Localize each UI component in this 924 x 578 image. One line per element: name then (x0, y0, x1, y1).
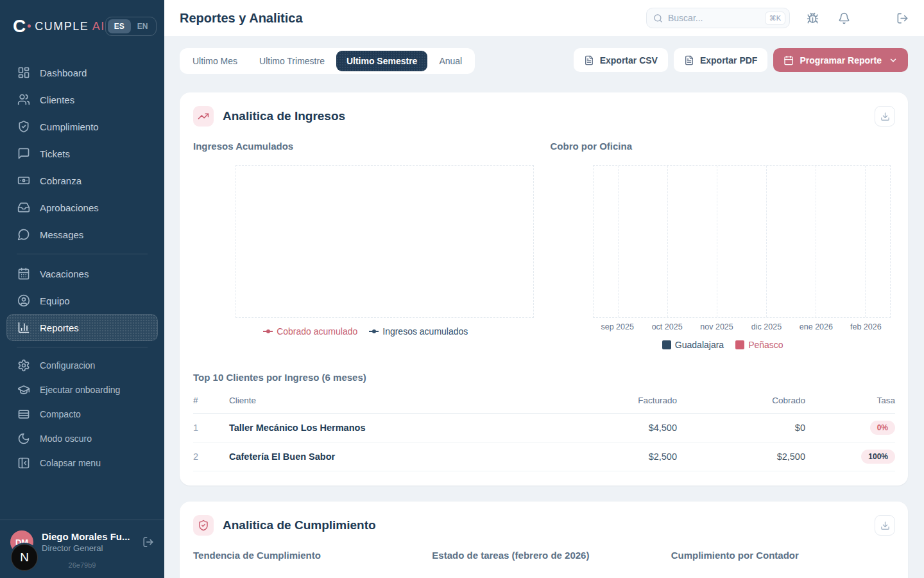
sidebar-item-label: Reportes (40, 322, 79, 333)
chart-subtitle: Cobro por Oficina (551, 141, 896, 152)
tab-ultimo-semestre[interactable]: Ultimo Semestre (336, 51, 427, 71)
logo: C CUMPLE AI ES EN (0, 0, 164, 54)
sidebar-nav: Dashboard Clientes Cumplimiento Tickets … (0, 54, 164, 475)
table-row[interactable]: 1 Taller Mecánico Los Hermanos $4,500 $0… (193, 414, 895, 442)
shield-check-icon (17, 120, 30, 133)
circle-user-icon (17, 294, 30, 307)
billed-cell: $4,500 (549, 414, 677, 442)
bell-icon (838, 12, 850, 24)
sidebar-item-compacto[interactable]: Compacto (6, 402, 158, 426)
sidebar-divider (17, 254, 148, 254)
sidebar-item-clientes[interactable]: Clientes (6, 86, 158, 113)
message-circle-icon (17, 228, 30, 241)
rank-cell: 1 (193, 414, 229, 442)
chart-subtitle: Tendencia de Cumplimiento (193, 550, 417, 561)
sidebar-item-cumplimiento[interactable]: Cumplimiento (6, 113, 158, 140)
debug-button[interactable] (807, 12, 819, 24)
export-csv-button[interactable]: Exportar CSV (574, 48, 668, 72)
logout-button[interactable] (896, 12, 909, 24)
task-status-section: Estado de tareas (febrero de 2026) (432, 550, 656, 578)
table-header-row: # Cliente Facturado Cobrado Tasa (193, 389, 895, 414)
search-shortcut-badge: ⌘K (765, 12, 785, 25)
tab-anual[interactable]: Anual (429, 51, 472, 71)
logo-dot-icon (28, 24, 31, 28)
message-square-icon (17, 147, 30, 160)
chart-subtitle: Ingresos Acumulados (193, 141, 538, 152)
office-collection-chart: Cobro por Oficina sep 2025 oct 2025 (551, 141, 896, 350)
tab-ultimo-mes[interactable]: Ultimo Mes (182, 51, 248, 71)
sidebar-item-cobranza[interactable]: Cobranza (6, 167, 158, 194)
top-clients-table-title: Top 10 Clientes por Ingreso (6 meses) (193, 372, 895, 383)
download-card-button[interactable] (875, 515, 895, 536)
sidebar-item-equipo[interactable]: Equipo (6, 287, 158, 314)
content-area: Ultimo Mes Ultimo Trimestre Ultimo Semes… (164, 36, 924, 578)
legend-item: Cobrado acumulado (263, 326, 357, 337)
lang-en-button[interactable]: EN (131, 19, 155, 33)
lang-es-button[interactable]: ES (108, 19, 131, 33)
chart-subtitle: Estado de tareas (febrero de 2026) (432, 550, 656, 561)
nextjs-devtools-badge[interactable]: N (11, 544, 38, 571)
sidebar-item-label: Configuracion (40, 360, 95, 371)
col-cliente: Cliente (229, 389, 549, 414)
sidebar-item-colapsar[interactable]: Colapsar menu (6, 451, 158, 475)
dashboard-icon (17, 66, 30, 79)
file-text-icon (584, 55, 594, 66)
compliance-analytics-card: Analitica de Cumplimiento Tendencia de C… (180, 502, 908, 578)
user-role: Director General (42, 543, 134, 553)
sidebar-item-tickets[interactable]: Tickets (6, 140, 158, 167)
legend-item: Ingresos acumulados (369, 326, 468, 337)
accountant-compliance-section: Cumplimiento por Contador (671, 550, 895, 578)
sidebar-item-onboarding[interactable]: Ejecutar onboarding (6, 378, 158, 402)
income-analytics-card: Analitica de Ingresos Ingresos Acumulado… (180, 92, 908, 486)
legend-item: Peñasco (735, 340, 783, 350)
inbox-icon (17, 201, 30, 214)
search-input[interactable] (668, 13, 760, 23)
users-icon (17, 93, 30, 106)
banknote-icon (17, 174, 30, 187)
sidebar-item-configuracion[interactable]: Configuracion (6, 353, 158, 378)
export-pdf-button[interactable]: Exportar PDF (674, 48, 767, 72)
schedule-report-button[interactable]: Programar Reporte (773, 48, 908, 72)
chart-column-icon (17, 321, 30, 334)
rate-badge: 100% (861, 450, 895, 464)
sidebar-item-reportes[interactable]: Reportes (6, 314, 158, 341)
search-box[interactable]: ⌘K (646, 8, 790, 28)
rank-cell: 2 (193, 442, 229, 471)
sidebar-item-aprobaciones[interactable]: Aprobaciones (6, 194, 158, 221)
sidebar-item-vacaciones[interactable]: Vacaciones (6, 260, 158, 287)
logo-mark: C (13, 17, 31, 35)
notifications-button[interactable] (838, 12, 850, 24)
client-cell: Taller Mecánico Los Hermanos (229, 414, 549, 442)
table-row[interactable]: 2 Cafetería El Buen Sabor $2,500 $2,500 … (193, 442, 895, 471)
topbar: Reportes y Analitica ⌘K (164, 0, 924, 36)
export-csv-label: Exportar CSV (600, 55, 658, 66)
sidebar-divider (17, 347, 148, 347)
x-axis-labels: sep 2025 oct 2025 nov 2025 dic 2025 ene … (593, 322, 891, 331)
language-toggle: ES EN (105, 17, 157, 36)
sidebar-item-label: Colapsar menu (40, 458, 101, 468)
search-icon (653, 13, 663, 23)
download-icon (880, 112, 890, 121)
sidebar-item-dashboard[interactable]: Dashboard (6, 59, 158, 86)
gear-icon (17, 359, 30, 372)
col-rank: # (193, 389, 229, 414)
tab-ultimo-trimestre[interactable]: Ultimo Trimestre (249, 51, 335, 71)
sidebar-item-label: Vacaciones (40, 268, 89, 279)
sidebar-item-label: Aprobaciones (40, 202, 99, 213)
rows-icon (17, 408, 30, 421)
sidebar-item-modo-oscuro[interactable]: Modo oscuro (6, 426, 158, 451)
trending-up-icon (193, 106, 214, 127)
chart-legend: Cobrado acumulado Ingresos acumulados (193, 326, 538, 337)
download-card-button[interactable] (875, 106, 895, 127)
shield-check-icon (193, 515, 214, 536)
app-root: C CUMPLE AI ES EN Dashboard Clientes Cum… (0, 0, 924, 578)
sidebar-item-label: Messages (40, 229, 83, 240)
sidebar-item-messages[interactable]: Messages (6, 221, 158, 248)
sidebar-logout-button[interactable] (142, 536, 154, 548)
sidebar-item-label: Cumplimiento (40, 121, 99, 132)
export-pdf-label: Exportar PDF (700, 55, 757, 66)
logout-icon (142, 536, 154, 548)
calendar-icon (783, 55, 794, 66)
card-title: Analitica de Ingresos (223, 109, 345, 123)
logo-wordmark: CUMPLE AI (35, 20, 105, 33)
